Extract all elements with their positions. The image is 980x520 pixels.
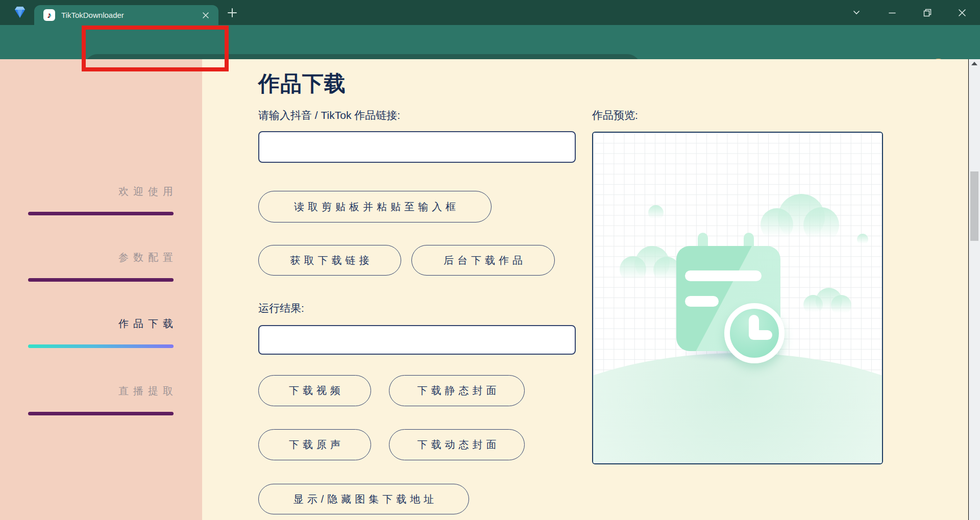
scrollbar-up-arrow[interactable] bbox=[971, 62, 977, 65]
browser-tab[interactable]: ♪ TikTokDownloader bbox=[34, 5, 218, 25]
clock-hand bbox=[749, 330, 772, 340]
page-title: 作品下载 bbox=[258, 69, 346, 98]
link-input-label: 请输入抖音 / TikTok 作品链接: bbox=[258, 108, 400, 122]
sidebar-item-live[interactable]: 直播提取 bbox=[118, 384, 178, 398]
cloud-illustration bbox=[831, 295, 851, 315]
hill-illustration bbox=[592, 353, 883, 464]
tiktok-favicon-icon: ♪ bbox=[43, 9, 55, 21]
main-content: 作品下载 请输入抖音 / TikTok 作品链接: 读取剪贴板并粘贴至输入框 获… bbox=[202, 59, 968, 520]
sidebar-active-line bbox=[28, 344, 174, 348]
annotation-highlight bbox=[82, 26, 229, 71]
result-label: 运行结果: bbox=[258, 301, 304, 315]
download-audio-button[interactable]: 下载原声 bbox=[258, 429, 371, 460]
download-video-button[interactable]: 下载视频 bbox=[258, 375, 371, 406]
read-clipboard-button[interactable]: 读取剪贴板并粘贴至输入框 bbox=[258, 191, 492, 222]
scrollbar-track[interactable] bbox=[969, 59, 980, 520]
sidebar-item-welcome[interactable]: 欢迎使用 bbox=[118, 185, 178, 198]
close-window-button[interactable] bbox=[950, 0, 974, 25]
background-download-button[interactable]: 后台下载作品 bbox=[411, 245, 555, 276]
link-input[interactable] bbox=[258, 131, 576, 163]
tab-title: TikTokDownloader bbox=[61, 11, 199, 19]
restore-button[interactable] bbox=[916, 0, 939, 25]
sidebar-divider-line bbox=[28, 412, 174, 415]
sidebar-item-settings[interactable]: 参数配置 bbox=[118, 251, 178, 264]
dot-illustration bbox=[648, 205, 664, 220]
cloud-illustration bbox=[803, 207, 839, 243]
browser-window: ♪ TikTokDownloader bbox=[0, 0, 980, 520]
new-tab-button[interactable] bbox=[226, 6, 239, 19]
browser-titlebar: ♪ TikTokDownloader bbox=[0, 0, 980, 25]
sidebar: 欢迎使用 参数配置 作品下载 直播提取 bbox=[0, 59, 202, 520]
result-input[interactable] bbox=[258, 325, 576, 355]
toggle-gallery-urls-button[interactable]: 显示/隐藏图集下载地址 bbox=[258, 484, 469, 514]
preview-label: 作品预览: bbox=[592, 108, 638, 122]
download-dynamic-cover-button[interactable]: 下载动态封面 bbox=[389, 429, 525, 460]
scrollbar-thumb[interactable] bbox=[970, 171, 978, 241]
sidebar-divider-line bbox=[28, 278, 174, 282]
get-download-link-button[interactable]: 获取下载链接 bbox=[258, 245, 401, 276]
dot-illustration bbox=[857, 234, 868, 245]
close-tab-icon[interactable] bbox=[199, 9, 212, 22]
sidebar-divider-line bbox=[28, 212, 174, 215]
tab-search-chevron-icon[interactable] bbox=[845, 0, 868, 25]
download-static-cover-button[interactable]: 下载静态封面 bbox=[389, 375, 525, 406]
notepad-text-line bbox=[685, 296, 719, 307]
sidebar-item-download[interactable]: 作品下载 bbox=[118, 317, 178, 330]
preview-panel bbox=[592, 132, 883, 464]
notepad-text-line bbox=[685, 270, 762, 281]
gem-icon bbox=[13, 5, 27, 19]
minimize-button[interactable] bbox=[880, 0, 904, 25]
clock-illustration bbox=[724, 303, 785, 363]
